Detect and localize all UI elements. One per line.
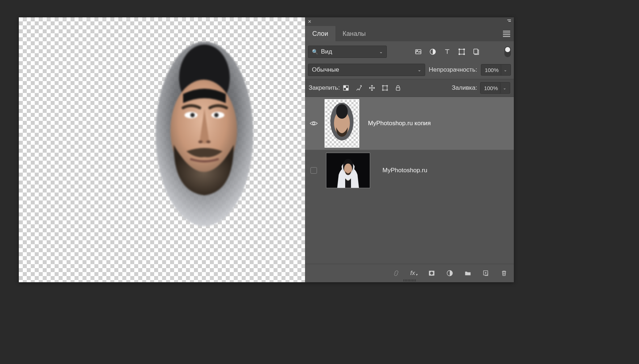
layer-filter-toggle[interactable] bbox=[504, 46, 511, 57]
photoshop-workspace: × Слои Каналы 🔍 Вид ⌄ bbox=[19, 17, 514, 282]
layer-visibility-toggle[interactable] bbox=[308, 120, 320, 126]
svg-point-4 bbox=[206, 140, 211, 143]
panel-menu-icon[interactable] bbox=[503, 31, 510, 37]
blend-mode-dropdown[interactable]: Обычные ⌄ bbox=[308, 64, 425, 76]
chevron-down-icon: ⌄ bbox=[379, 49, 383, 54]
layer-thumbnail[interactable] bbox=[326, 153, 370, 188]
tab-layers[interactable]: Слои bbox=[305, 26, 335, 41]
layer-name[interactable]: MyPhotoshop.ru копия bbox=[368, 120, 431, 127]
canvas-subject bbox=[152, 36, 257, 234]
panel-resize-grip[interactable] bbox=[403, 279, 416, 282]
svg-point-16 bbox=[464, 54, 465, 55]
lock-transparency-icon[interactable] bbox=[342, 84, 350, 92]
link-layers-icon[interactable] bbox=[392, 269, 400, 277]
tab-channels[interactable]: Каналы bbox=[335, 26, 373, 41]
svg-rect-20 bbox=[346, 88, 348, 90]
svg-point-10 bbox=[416, 50, 418, 51]
svg-point-7 bbox=[190, 113, 195, 117]
layer-row[interactable]: MyPhotoshop.ru копия bbox=[305, 97, 514, 150]
lock-all-icon[interactable] bbox=[394, 84, 402, 92]
lock-label: Закрепить: bbox=[309, 84, 340, 92]
opacity-value: 100% bbox=[485, 67, 499, 73]
svg-rect-19 bbox=[344, 85, 346, 88]
filter-pixel-icon[interactable] bbox=[414, 48, 422, 56]
filter-adjust-icon[interactable] bbox=[429, 48, 437, 56]
opacity-label: Непрозрачность: bbox=[429, 66, 477, 73]
layers-panel: × Слои Каналы 🔍 Вид ⌄ bbox=[305, 17, 514, 282]
fill-value: 100% bbox=[484, 85, 498, 91]
svg-rect-21 bbox=[383, 86, 387, 90]
layers-list: MyPhotoshop.ru копия bbox=[305, 97, 514, 264]
collapse-panel-icon[interactable] bbox=[504, 20, 511, 24]
fill-label: Заливка: bbox=[452, 84, 477, 92]
filter-smart-icon[interactable] bbox=[472, 48, 480, 56]
svg-point-3 bbox=[198, 140, 203, 143]
layer-name[interactable]: MyPhotoshop.ru bbox=[382, 167, 427, 174]
layer-row[interactable]: MyPhotoshop.ru bbox=[305, 151, 514, 190]
layer-filter-icons bbox=[414, 48, 480, 56]
layer-filter-kind-label: Вид bbox=[321, 48, 332, 55]
panel-tabs: Слои Каналы bbox=[305, 26, 514, 41]
delete-layer-icon[interactable] bbox=[500, 269, 508, 277]
add-adjustment-icon[interactable] bbox=[446, 269, 454, 277]
svg-rect-12 bbox=[459, 49, 464, 54]
chevron-down-icon[interactable]: ⌄ bbox=[501, 64, 509, 75]
add-group-icon[interactable] bbox=[464, 269, 472, 277]
new-layer-icon[interactable] bbox=[482, 269, 490, 277]
layer-filter-kind-dropdown[interactable]: 🔍 Вид ⌄ bbox=[308, 46, 387, 58]
svg-point-14 bbox=[464, 49, 465, 50]
chevron-down-icon[interactable]: ⌄ bbox=[500, 82, 508, 93]
svg-point-8 bbox=[214, 113, 219, 117]
svg-point-23 bbox=[313, 122, 315, 124]
filter-shape-icon[interactable] bbox=[458, 48, 466, 56]
opacity-value-input[interactable]: 100% ⌄ bbox=[481, 64, 511, 76]
search-icon: 🔍 bbox=[312, 49, 318, 55]
filter-text-icon[interactable] bbox=[443, 48, 451, 56]
svg-point-29 bbox=[344, 164, 352, 174]
chevron-down-icon: ⌄ bbox=[418, 67, 421, 72]
layer-visibility-toggle[interactable] bbox=[308, 167, 320, 174]
fill-value-input[interactable]: 100% ⌄ bbox=[480, 82, 510, 94]
add-mask-icon[interactable] bbox=[428, 269, 436, 277]
document-canvas[interactable] bbox=[19, 17, 305, 282]
layer-thumbnail[interactable] bbox=[325, 99, 359, 148]
svg-point-26 bbox=[336, 104, 348, 119]
close-panel-icon[interactable]: × bbox=[308, 19, 311, 25]
lock-pixels-icon[interactable] bbox=[355, 84, 363, 92]
panel-titlebar: × bbox=[305, 17, 514, 26]
lock-position-icon[interactable] bbox=[368, 84, 376, 92]
blend-mode-label: Обычные bbox=[312, 66, 339, 73]
svg-rect-22 bbox=[396, 88, 400, 90]
svg-point-15 bbox=[459, 54, 460, 55]
svg-rect-17 bbox=[474, 49, 478, 54]
svg-point-31 bbox=[430, 272, 433, 275]
lock-artboard-icon[interactable] bbox=[381, 84, 389, 92]
svg-point-13 bbox=[459, 49, 460, 50]
layer-effects-button[interactable]: fx▾ bbox=[410, 270, 418, 277]
